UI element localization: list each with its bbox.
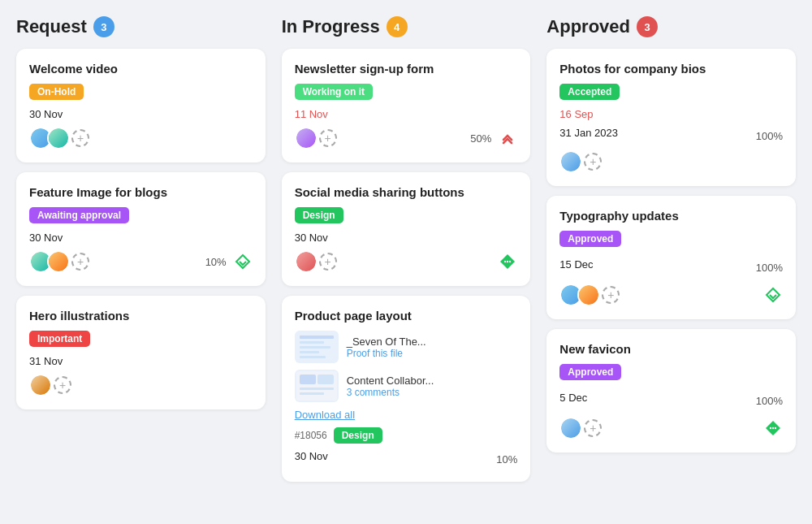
up-arrows-icon <box>498 128 517 148</box>
svg-rect-12 <box>300 375 316 384</box>
add-avatar-button-newsletter[interactable]: + <box>319 129 337 147</box>
svg-point-18 <box>770 427 771 429</box>
card-photos: Photos for company bios Accepted 16 Sep … <box>546 49 796 186</box>
svg-marker-16 <box>767 288 780 301</box>
svg-rect-13 <box>317 375 334 384</box>
column-title-approved: Approved <box>546 16 630 37</box>
svg-rect-15 <box>300 392 324 395</box>
svg-rect-7 <box>300 341 324 344</box>
card-date2-photos: 31 Jan 2023 <box>559 127 618 139</box>
avatar-hero-1 <box>29 374 52 396</box>
file-thumbnail-2 <box>296 371 337 401</box>
percent-favicon: 100% <box>756 395 783 407</box>
dots-diamond-icon-social <box>498 252 517 271</box>
card-footer-welcome: + <box>29 127 253 149</box>
percent-photos: 100% <box>756 130 783 142</box>
card-favicon: New favicon Approved 5 Dec 100% + <box>546 329 796 453</box>
svg-rect-9 <box>300 351 319 353</box>
card-title-favicon: New favicon <box>559 342 783 356</box>
svg-marker-0 <box>236 255 249 268</box>
down-diamond-icon <box>233 252 253 271</box>
card-hero: Hero illustrations Important 31 Nov + <box>16 296 266 409</box>
card-date-hero: 31 Nov <box>29 355 253 367</box>
add-avatar-button-feature[interactable]: + <box>71 253 89 271</box>
svg-point-20 <box>775 427 776 429</box>
add-avatar-button-favicon[interactable]: + <box>584 419 602 437</box>
file-thumb-1 <box>295 331 339 363</box>
avatar-group-photos: + <box>559 150 602 173</box>
avatar-newsletter-1 <box>295 127 317 149</box>
svg-rect-8 <box>300 346 330 349</box>
file-info-1: _Seven Of The... Proof this file <box>347 336 518 359</box>
meta-tag-product: Design <box>334 427 382 444</box>
file-thumbnail-1 <box>296 332 337 362</box>
column-approved: Approved 3 Photos for company bios Accep… <box>546 16 796 492</box>
card-footer-product: 30 Nov 10% <box>295 450 518 469</box>
card-footer-photos-top: 31 Jan 2023 100% <box>559 127 783 145</box>
avatar-4 <box>47 250 70 273</box>
card-typography: Typography updates Approved 15 Dec 100% … <box>546 196 796 319</box>
avatar-group-welcome: + <box>29 127 89 149</box>
card-date-typography: 15 Dec <box>559 258 593 271</box>
card-footer-newsletter: + 50% <box>295 127 518 149</box>
svg-point-19 <box>772 427 774 429</box>
percent-feature: 10% <box>205 256 227 268</box>
avatar-group-favicon: + <box>559 417 602 440</box>
card-title-social: Social media sharing buttons <box>295 185 518 199</box>
percent-newsletter: 50% <box>470 132 491 145</box>
file-name-2: Content Collabor... <box>347 375 518 387</box>
proof-file-link[interactable]: Proof this file <box>347 348 518 359</box>
card-social-media: Social media sharing buttons Design 30 N… <box>282 172 531 286</box>
download-all-link[interactable]: Download all <box>295 409 518 421</box>
tag-approved-favicon: Approved <box>559 364 621 380</box>
card-title-product: Product page layout <box>295 309 518 323</box>
file-preview-1: _Seven Of The... Proof this file <box>295 331 518 363</box>
card-date-newsletter: 11 Nov <box>295 108 518 120</box>
card-date-welcome: 30 Nov <box>29 108 253 120</box>
svg-point-2 <box>504 261 506 262</box>
percent-product: 10% <box>496 453 517 466</box>
card-title-newsletter: Newsletter sign-up form <box>295 62 518 76</box>
column-badge-request: 3 <box>93 16 114 37</box>
card-footer-photos: + <box>559 150 783 173</box>
add-avatar-button-photos[interactable]: + <box>584 153 602 171</box>
tag-working: Working on it <box>295 84 373 100</box>
svg-point-4 <box>509 261 511 262</box>
add-avatar-button-typography[interactable]: + <box>602 286 620 304</box>
svg-rect-14 <box>300 388 334 390</box>
card-footer-social: + <box>295 250 518 273</box>
column-title-progress: In Progress <box>282 16 380 37</box>
file-info-2: Content Collabor... 3 comments <box>347 375 518 398</box>
avatar-typography-2 <box>577 284 600 306</box>
card-title-hero: Hero illustrations <box>29 309 253 323</box>
card-newsletter: Newsletter sign-up form Working on it 11… <box>282 49 531 162</box>
card-date-favicon: 5 Dec <box>559 392 587 404</box>
down-diamond-icon-typography <box>763 285 783 305</box>
tag-important: Important <box>29 331 90 347</box>
avatar-social-1 <box>295 250 317 273</box>
add-avatar-button-hero[interactable]: + <box>54 376 71 394</box>
svg-rect-6 <box>300 336 334 339</box>
card-date-social: 30 Nov <box>295 232 518 244</box>
avatar-photos-1 <box>559 150 582 173</box>
card-date-product: 30 Nov <box>295 450 328 462</box>
avatar-group-hero: + <box>29 374 71 396</box>
column-badge-progress: 4 <box>387 16 408 37</box>
comments-link[interactable]: 3 comments <box>347 387 518 398</box>
avatar-group-social: + <box>295 250 337 273</box>
card-meta-product: #18056 Design <box>295 427 518 444</box>
add-avatar-button[interactable]: + <box>71 129 89 147</box>
card-date-photos-red: 16 Sep <box>559 108 783 120</box>
avatar-2 <box>47 127 70 149</box>
card-footer-feature: + 10% <box>29 250 253 273</box>
card-footer-typography: + <box>559 284 783 306</box>
kanban-board: Request 3 Welcome video On-Hold 30 Nov +… <box>16 16 796 492</box>
column-in-progress: In Progress 4 Newsletter sign-up form Wo… <box>282 16 531 492</box>
card-date-row-favicon: 5 Dec 100% <box>559 392 783 410</box>
meta-id-product: #18056 <box>295 430 327 441</box>
column-title-request: Request <box>16 16 87 37</box>
card-title-photos: Photos for company bios <box>559 62 783 76</box>
add-avatar-button-social[interactable]: + <box>319 253 337 271</box>
card-title-feature: Feature Image for blogs <box>29 185 253 199</box>
tag-approved-typography: Approved <box>559 231 621 247</box>
